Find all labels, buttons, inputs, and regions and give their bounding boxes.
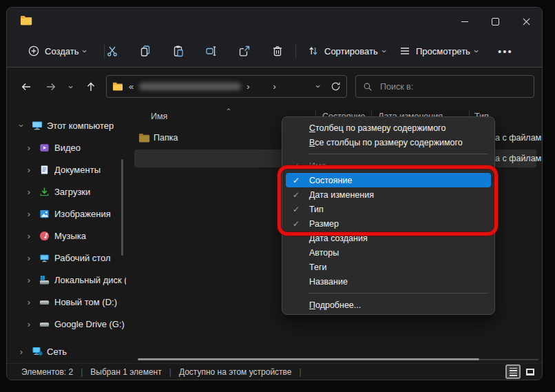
status-selection: Выбран 1 элемент [90, 367, 161, 377]
recent-locations-button[interactable]: › [62, 76, 80, 98]
search-input[interactable] [379, 81, 527, 92]
horizontal-scrollbar-thumb[interactable] [138, 358, 479, 360]
breadcrumb-chevron-icon[interactable]: › [247, 81, 249, 92]
menu-item-tags[interactable]: Теги [286, 260, 491, 274]
copy-button[interactable] [131, 39, 160, 63]
address-dropdown-icon[interactable]: › [313, 85, 322, 87]
refresh-icon[interactable] [331, 81, 341, 92]
maximize-button[interactable] [480, 8, 511, 35]
share-button[interactable] [230, 39, 259, 63]
sidebar-item-this-pc[interactable]: › Этот компьютер [7, 114, 132, 136]
check-icon: ✓ [293, 176, 304, 185]
sidebar-item-label: Рабочий стол [54, 253, 111, 263]
check-icon: ✓ [293, 191, 304, 199]
new-button-label: Создать [45, 46, 78, 56]
chevron-right-icon[interactable]: › [25, 254, 33, 262]
status-divider: | [169, 367, 171, 377]
maximize-icon [492, 18, 499, 25]
breadcrumb-path-redacted [139, 83, 241, 90]
title-bar [7, 8, 542, 35]
close-button[interactable] [511, 8, 542, 35]
menu-item-title[interactable]: Название [286, 274, 491, 289]
breadcrumb-overflow-icon[interactable]: « [129, 81, 134, 92]
share-icon [238, 45, 251, 57]
chevron-right-icon[interactable]: › [25, 165, 33, 174]
status-bar: Элементов: 2 | Выбран 1 элемент | Доступ… [7, 363, 542, 380]
sidebar-item-google-drive[interactable]: › Google Drive (G:) [7, 313, 132, 335]
rename-button[interactable] [197, 39, 226, 63]
menu-item-size-all-columns-to-fit[interactable]: Все столбцы по размеру содержимого [286, 135, 491, 149]
new-button[interactable]: Создать › [21, 39, 94, 63]
explorer-window: Создать › Сортировать › Просмо [6, 7, 543, 380]
chevron-right-icon[interactable]: › [25, 187, 33, 196]
search-box[interactable] [355, 75, 534, 98]
menu-item-name: ✓ Имя [286, 158, 491, 173]
sidebar-vertical-scrollbar[interactable] [121, 159, 123, 256]
minimize-button[interactable] [449, 8, 480, 35]
more-options-button[interactable]: ••• [491, 39, 520, 63]
forward-button[interactable] [40, 76, 62, 98]
sidebar-item-pictures[interactable]: › Изображения [7, 203, 132, 225]
details-view-icon [510, 368, 517, 376]
copy-icon [139, 45, 151, 57]
column-context-menu: Столбец по размеру содержимого Все столб… [282, 116, 495, 315]
view-button[interactable]: Просмотреть › [392, 39, 485, 63]
sidebar-item-documents[interactable]: › Документы [7, 158, 132, 180]
chevron-right-icon[interactable]: › [25, 143, 33, 152]
menu-item-type[interactable]: ✓ Тип [286, 202, 491, 216]
sort-button[interactable]: Сортировать › [300, 39, 392, 63]
menu-item-date-created[interactable]: Дата создания [286, 231, 491, 245]
sidebar-item-local-disk[interactable]: › Локальный диск (C:) [7, 269, 132, 291]
music-icon [39, 230, 50, 242]
sidebar-item-network[interactable]: › Сеть [7, 340, 132, 362]
view-list-icon [399, 45, 411, 57]
status-items-count: Элементов: 2 [21, 367, 73, 377]
arrow-right-icon [45, 81, 57, 93]
paste-icon [172, 45, 185, 57]
sidebar-item-new-volume[interactable]: › Новый том (D:) [7, 291, 132, 313]
status-divider: | [300, 367, 302, 377]
menu-item-more[interactable]: Подробнее... [286, 298, 491, 312]
sidebar-item-downloads[interactable]: › Загрузки [7, 180, 132, 203]
cut-icon [106, 45, 118, 57]
toolbar-separator [295, 44, 296, 59]
menu-item-status[interactable]: ✓ Состояние [286, 173, 491, 187]
chevron-down-icon: › [472, 50, 481, 52]
sidebar-item-videos[interactable]: › Видео [7, 136, 132, 158]
file-name: Папка [154, 133, 178, 143]
menu-item-date-modified[interactable]: ✓ Дата изменения [286, 187, 491, 202]
sidebar-item-desktop[interactable]: › Рабочий стол [7, 247, 132, 269]
chevron-down-icon: › [81, 50, 90, 52]
menu-item-authors[interactable]: Авторы [286, 245, 491, 260]
folder-icon [138, 133, 150, 143]
paste-button[interactable] [164, 39, 193, 63]
back-button[interactable] [15, 76, 37, 98]
thumbnails-view-button[interactable] [523, 364, 538, 379]
arrow-up-icon [85, 81, 97, 93]
chevron-down-icon: › [67, 85, 76, 88]
chevron-right-icon[interactable]: › [25, 320, 33, 329]
sidebar-item-music[interactable]: › Музыка [7, 225, 132, 247]
address-bar[interactable]: « › › › [106, 75, 347, 98]
chevron-down-icon[interactable]: › [17, 121, 26, 130]
trash-icon [271, 45, 284, 57]
file-type-fragment: а с файлами [495, 133, 543, 143]
chevron-right-icon[interactable]: › [25, 276, 33, 285]
plus-circle-icon [28, 45, 40, 57]
up-button[interactable] [80, 76, 102, 98]
chevron-right-icon[interactable]: › [25, 298, 33, 307]
column-header-name[interactable]: Имя [151, 112, 167, 121]
breadcrumb-chevron-icon[interactable]: › [273, 81, 276, 92]
horizontal-scrollbar-track[interactable] [479, 359, 538, 360]
chevron-right-icon[interactable]: › [17, 347, 25, 356]
delete-button[interactable] [263, 39, 292, 63]
sidebar-item-label: Локальный диск (C:) [54, 275, 126, 285]
chevron-right-icon[interactable]: › [25, 231, 33, 240]
sort-icon [307, 45, 320, 57]
cut-button[interactable] [98, 39, 127, 63]
details-view-button[interactable] [505, 364, 521, 379]
menu-item-size-column-to-fit[interactable]: Столбец по размеру содержимого [286, 121, 491, 135]
sidebar-item-label: Изображения [54, 209, 111, 219]
menu-item-size[interactable]: ✓ Размер [286, 216, 491, 231]
chevron-right-icon[interactable]: › [25, 209, 33, 218]
